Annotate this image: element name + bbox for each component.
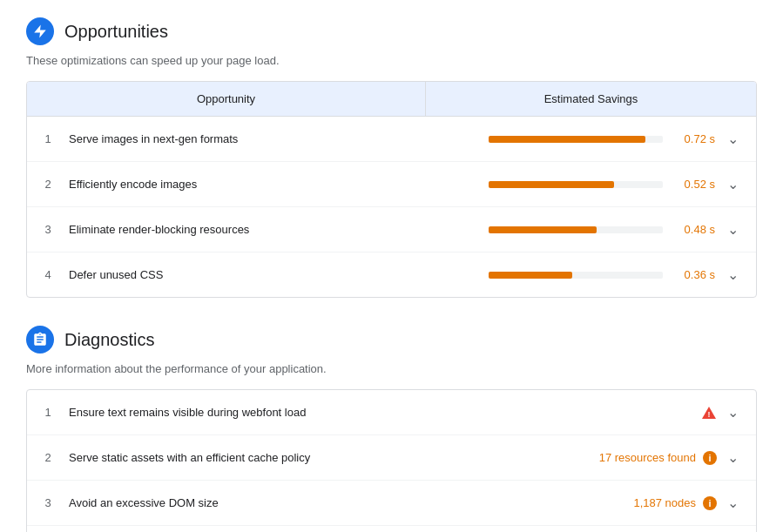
- diag-row-number: 1: [27, 395, 62, 429]
- diag-row-label: Avoid an excessive DOM size: [62, 486, 582, 520]
- row-savings: 0.36 s ⌄: [425, 253, 756, 297]
- diag-row: 4 Minimize Critical Requests Depth 21 ch…: [27, 526, 756, 532]
- row-number: 1: [27, 122, 62, 156]
- expand-button[interactable]: ⌄: [724, 491, 742, 515]
- info-circle-icon: i: [703, 451, 717, 465]
- diagnostics-icon: [26, 326, 54, 354]
- opportunities-header: Opportunities: [26, 17, 757, 45]
- row-label: Serve images in next-gen formats: [62, 122, 425, 156]
- lightning-icon: [32, 24, 48, 39]
- expand-button[interactable]: ⌄: [724, 218, 742, 241]
- savings-bar-container: [489, 226, 663, 233]
- row-savings: 0.52 s ⌄: [425, 162, 756, 206]
- diag-row-number: 3: [27, 486, 62, 520]
- expand-button[interactable]: ⌄: [724, 263, 742, 286]
- info-circle-icon: i: [703, 496, 717, 510]
- savings-value: 0.52 s: [672, 178, 715, 191]
- opportunities-icon: [26, 17, 54, 45]
- row-label: Efficiently encode images: [62, 167, 425, 201]
- opportunities-title: Opportunities: [64, 22, 168, 42]
- expand-button[interactable]: ⌄: [724, 172, 742, 196]
- diag-row-info: 17 resources found i ⌄: [582, 435, 756, 480]
- table-row: 4 Defer unused CSS 0.36 s ⌄: [27, 253, 756, 297]
- clipboard-icon: [32, 332, 48, 347]
- diag-row: 1 Ensure text remains visible during web…: [27, 390, 756, 435]
- warning-triangle-icon: !: [701, 405, 717, 421]
- row-savings: 0.48 s ⌄: [425, 207, 756, 252]
- col-opportunity-header: Opportunity: [27, 82, 425, 116]
- row-number: 4: [27, 258, 62, 292]
- diag-row-info: 1,187 nodes i ⌄: [582, 481, 756, 525]
- opportunities-subtitle: These optimizations can speed up your pa…: [26, 54, 757, 67]
- row-number: 2: [27, 167, 62, 201]
- row-number: 3: [27, 212, 62, 246]
- diag-value: 1,187 nodes: [633, 496, 696, 509]
- savings-value: 0.72 s: [672, 132, 715, 145]
- opportunities-table: Opportunity Estimated Savings 1 Serve im…: [26, 81, 757, 298]
- savings-bar: [489, 136, 645, 143]
- diagnostics-table: 1 Ensure text remains visible during web…: [26, 389, 757, 532]
- diag-row-label: Serve static assets with an efficient ca…: [62, 441, 582, 475]
- row-savings: 0.72 s ⌄: [425, 117, 756, 161]
- diag-row-info: 21 chains found ⌄: [582, 526, 756, 532]
- row-label: Eliminate render-blocking resources: [62, 212, 425, 246]
- savings-bar: [489, 226, 597, 233]
- diagnostics-section: Diagnostics More information about the p…: [26, 326, 757, 532]
- row-label: Defer unused CSS: [62, 258, 425, 292]
- diag-row: 2 Serve static assets with an efficient …: [27, 435, 756, 481]
- savings-value: 0.36 s: [672, 268, 715, 281]
- diag-row: 3 Avoid an excessive DOM size 1,187 node…: [27, 481, 756, 526]
- table-row: 1 Serve images in next-gen formats 0.72 …: [27, 117, 756, 162]
- diag-row-number: 2: [27, 441, 62, 475]
- savings-value: 0.48 s: [672, 223, 715, 236]
- savings-bar: [489, 181, 614, 188]
- savings-bar-container: [489, 272, 663, 279]
- savings-bar: [489, 272, 572, 279]
- diagnostics-header: Diagnostics: [26, 326, 757, 354]
- table-row: 3 Eliminate render-blocking resources 0.…: [27, 207, 756, 253]
- opportunities-table-header: Opportunity Estimated Savings: [27, 82, 756, 117]
- expand-button[interactable]: ⌄: [724, 127, 742, 151]
- table-row: 2 Efficiently encode images 0.52 s ⌄: [27, 162, 756, 207]
- diag-row-info: ! ⌄: [582, 390, 756, 434]
- diagnostics-title: Diagnostics: [64, 330, 154, 350]
- diagnostics-subtitle: More information about the performance o…: [26, 362, 757, 375]
- expand-button[interactable]: ⌄: [724, 446, 742, 469]
- diag-row-label: Ensure text remains visible during webfo…: [62, 395, 582, 429]
- diag-value: 17 resources found: [599, 451, 696, 464]
- savings-bar-container: [489, 136, 663, 143]
- col-savings-header: Estimated Savings: [425, 82, 756, 116]
- savings-bar-container: [489, 181, 663, 188]
- svg-text:!: !: [708, 410, 711, 419]
- expand-button[interactable]: ⌄: [724, 401, 742, 424]
